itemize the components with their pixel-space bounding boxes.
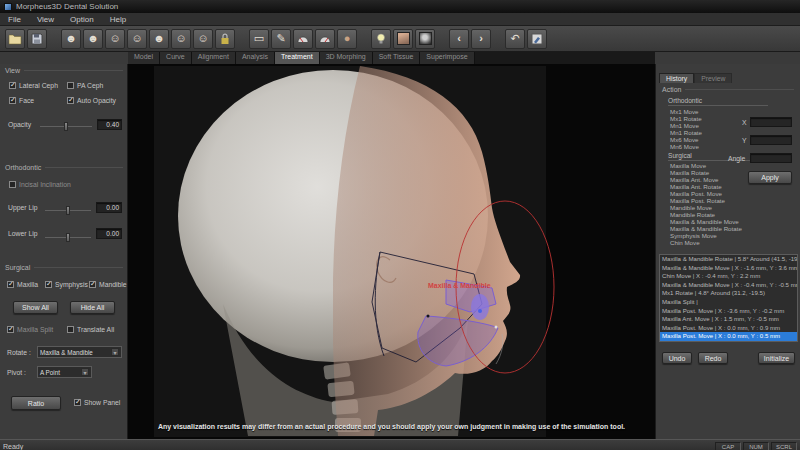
action-chin-move[interactable]: Chin Move xyxy=(670,239,742,246)
translate-all-checkbox[interactable] xyxy=(67,326,74,333)
history-item[interactable]: Maxilla Post. Move | X : 0.0 mm, Y : 0.5… xyxy=(660,332,797,341)
action-mn1-move[interactable]: Mn1 Move xyxy=(670,122,702,129)
y-input[interactable] xyxy=(750,135,792,145)
action-maxilla-post-move[interactable]: Maxilla Post. Move xyxy=(670,190,742,197)
pivot-label: Pivot : xyxy=(7,369,26,376)
action-mx6-move[interactable]: Mx6 Move xyxy=(670,136,702,143)
next-arrow-icon[interactable]: › xyxy=(471,29,491,49)
undo-button[interactable]: Undo xyxy=(662,352,692,364)
lower-lip-slider[interactable] xyxy=(45,237,91,238)
action-mandible-move[interactable]: Mandible Move xyxy=(670,204,742,211)
history-item[interactable]: Maxilla & Mandible Move | X : -1.6 mm, Y… xyxy=(660,264,797,273)
prev-arrow-icon[interactable]: ‹ xyxy=(449,29,469,49)
redo-button[interactable]: Redo xyxy=(698,352,728,364)
action-symphysis-move[interactable]: Symphysis Move xyxy=(670,232,742,239)
action-maxilla-ant-rotate[interactable]: Maxilla Ant. Rotate xyxy=(670,183,742,190)
tab-preview[interactable]: Preview xyxy=(694,73,732,83)
flatten-panel-icon[interactable]: ▭ xyxy=(249,29,269,49)
tab-3d-morphing[interactable]: 3D Morphing xyxy=(320,52,373,64)
menu-help[interactable]: Help xyxy=(102,15,134,24)
face-checkbox[interactable] xyxy=(9,97,16,104)
lateral-ceph-checkbox[interactable] xyxy=(9,82,16,89)
show-panel-checkbox[interactable] xyxy=(74,399,81,406)
edit-settings-icon[interactable] xyxy=(527,29,547,49)
action-mn1-rotate[interactable]: Mn1 Rotate xyxy=(670,129,702,136)
history-item[interactable]: Chin Move | X : -0.4 mm, Y : 2.2 mm xyxy=(660,272,797,281)
history-list[interactable]: Maxilla & Mandible Rotate | 5.8° Around … xyxy=(659,254,798,342)
action-maxilla-ant-move[interactable]: Maxilla Ant. Move xyxy=(670,176,742,183)
maxilla-checkbox[interactable] xyxy=(7,281,14,288)
undo-curve-icon[interactable]: ↶ xyxy=(505,29,525,49)
lower-lip-value[interactable]: 0.00 xyxy=(96,228,122,239)
clay-model-icon[interactable]: ● xyxy=(337,29,357,49)
upper-lip-slider[interactable] xyxy=(45,210,91,211)
pivot-dropdown[interactable]: A Point ▾ xyxy=(37,366,92,378)
photo-face-icon[interactable] xyxy=(393,29,413,49)
landmark-point-dark[interactable] xyxy=(427,315,430,318)
face-marked-2-icon[interactable]: ☺ xyxy=(193,29,213,49)
lightbulb-icon[interactable] xyxy=(371,29,391,49)
history-item[interactable]: Maxilla & Mandible Rotate | 5.8° Around … xyxy=(660,255,797,264)
action-maxilla-rotate[interactable]: Maxilla Rotate xyxy=(670,169,742,176)
tab-analysis[interactable]: Analysis xyxy=(236,52,275,64)
open-folder-icon[interactable] xyxy=(5,29,25,49)
incisal-inclination-checkbox[interactable] xyxy=(9,181,16,188)
simulation-viewport[interactable]: Maxilla & Mandible Any visualization res… xyxy=(128,64,655,439)
history-item[interactable]: Maxilla Split | xyxy=(660,298,797,307)
landmark-point-light[interactable] xyxy=(495,326,498,329)
face-right-oblique-icon[interactable]: ☺ xyxy=(127,29,147,49)
tab-curve[interactable]: Curve xyxy=(160,52,192,64)
landmark-point-blue[interactable] xyxy=(478,309,482,313)
action-maxilla-move[interactable]: Maxilla Move xyxy=(670,162,742,169)
tab-treatment[interactable]: Treatment xyxy=(275,52,320,64)
upper-lip-value[interactable]: 0.00 xyxy=(96,202,122,213)
mandible-checkbox[interactable] xyxy=(89,281,96,288)
opacity-value[interactable]: 0.40 xyxy=(97,119,122,130)
menu-option[interactable]: Option xyxy=(62,15,102,24)
action-mn6-move[interactable]: Mn6 Move xyxy=(670,143,702,150)
symphysis-checkbox[interactable] xyxy=(45,281,52,288)
menu-file[interactable]: File xyxy=(0,15,29,24)
initialize-button[interactable]: Initialize xyxy=(758,352,795,364)
tab-superimpose[interactable]: Superimpose xyxy=(420,52,474,64)
show-all-button[interactable]: Show All xyxy=(13,301,58,314)
pa-ceph-checkbox[interactable] xyxy=(67,82,74,89)
tab-model[interactable]: Model xyxy=(128,52,160,64)
angle-input[interactable] xyxy=(750,153,792,163)
history-item[interactable]: Maxilla Post. Move | X : 0.0 mm, Y : 0.9… xyxy=(660,324,797,333)
action-mx1-rotate[interactable]: Mx1 Rotate xyxy=(670,115,702,122)
history-item[interactable]: Maxilla Post. Move | X : -3.6 mm, Y : -0… xyxy=(660,307,797,316)
tab-history[interactable]: History xyxy=(659,73,694,83)
maxilla-split-checkbox[interactable] xyxy=(7,326,14,333)
tab-soft-tissue[interactable]: Soft Tissue xyxy=(373,52,421,64)
history-item[interactable]: Mx1 Rotate | 4.8° Around (31.2, -19.5) xyxy=(660,289,797,298)
face-right-profile-icon[interactable]: ☻ xyxy=(149,29,169,49)
apply-button[interactable]: Apply xyxy=(748,171,792,184)
gauge-right-icon[interactable] xyxy=(315,29,335,49)
action-mx1-move[interactable]: Mx1 Move xyxy=(670,108,702,115)
action-mandible-rotate[interactable]: Mandible Rotate xyxy=(670,211,742,218)
action-maxmand-move[interactable]: Maxilla & Mandible Move xyxy=(670,218,742,225)
opacity-slider[interactable] xyxy=(40,126,92,127)
photo-xray-icon[interactable] xyxy=(415,29,435,49)
face-left-profile-icon[interactable]: ☻ xyxy=(61,29,81,49)
rotate-dropdown[interactable]: Maxilla & Mandible ▾ xyxy=(37,346,122,358)
auto-opacity-checkbox[interactable] xyxy=(67,97,74,104)
history-item[interactable]: Maxilla & Mandible Move | X : -0.4 mm, Y… xyxy=(660,281,797,290)
ratio-button[interactable]: Ratio xyxy=(11,396,61,410)
history-item[interactable]: Maxilla Ant. Move | X : 1.5 mm, Y : -0.5… xyxy=(660,315,797,324)
gauge-left-icon[interactable] xyxy=(293,29,313,49)
menu-view[interactable]: View xyxy=(29,15,62,24)
face-marked-1-icon[interactable]: ☺ xyxy=(171,29,191,49)
face-left-oblique-icon[interactable]: ☻ xyxy=(83,29,103,49)
rotate-label: Rotate : xyxy=(7,349,31,356)
x-input[interactable] xyxy=(750,117,792,127)
lock-icon[interactable] xyxy=(215,29,235,49)
action-maxmand-rotate[interactable]: Maxilla & Mandible Rotate xyxy=(670,225,742,232)
brush-icon[interactable]: ✎ xyxy=(271,29,291,49)
hide-all-button[interactable]: Hide All xyxy=(70,301,115,314)
action-maxilla-post-rotate[interactable]: Maxilla Post. Rotate xyxy=(670,197,742,204)
tab-alignment[interactable]: Alignment xyxy=(192,52,236,64)
face-front-icon[interactable]: ☺ xyxy=(105,29,125,49)
save-icon[interactable] xyxy=(27,29,47,49)
